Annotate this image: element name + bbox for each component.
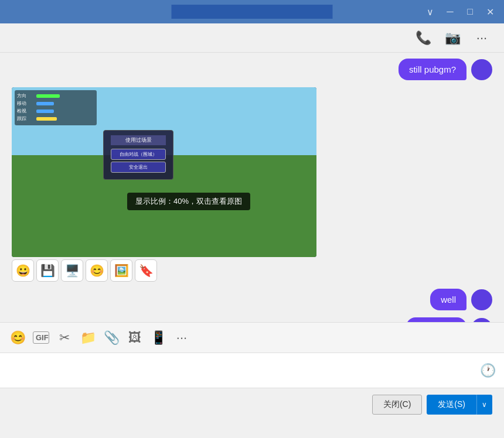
message-row-well: well <box>12 289 492 310</box>
title-search-input[interactable] <box>172 5 333 19</box>
close-label: 关闭(C) <box>383 399 411 410</box>
dialog-title: 使用过场景 <box>111 135 166 145</box>
send-button-group: 发送(S) ∨ <box>427 395 492 415</box>
screenshot-tooltip: 显示比例：40%，双击查看原图 <box>127 193 250 210</box>
screenshot-container[interactable]: 方向 移动 检视 跟踪 <box>12 87 316 282</box>
hud-bar-track <box>36 117 57 121</box>
hud-row-3: 检视 <box>17 108 94 114</box>
message-text-well: well <box>441 295 456 304</box>
device-icon[interactable]: 📱 <box>150 330 166 345</box>
input-toolbar: 😊 GIF ✂ 📁 📎 🖼 📱 ··· <box>0 322 504 353</box>
message-text: still pubgm? <box>409 64 456 74</box>
message-bubble-well: well <box>430 289 466 310</box>
hud-bar-move <box>36 102 54 105</box>
chevron-down-btn[interactable]: ∨ <box>422 4 438 20</box>
gif-icon[interactable]: GIF <box>33 331 49 344</box>
hud-row-4: 跟踪 <box>17 115 94 122</box>
message-row-check: check this <box>12 317 492 322</box>
image-message-container: 方向 移动 检视 跟踪 <box>12 87 316 282</box>
game-screenshot: 方向 移动 检视 跟踪 <box>12 87 316 257</box>
hud-label-4: 跟踪 <box>17 115 35 122</box>
avatar-well <box>471 289 492 310</box>
text-input-area[interactable]: 🕐 <box>0 353 504 388</box>
bookmark-btn[interactable]: 🔖 <box>135 259 157 282</box>
hud-label-2: 移动 <box>17 100 35 107</box>
clip-icon[interactable]: 📎 <box>103 330 120 345</box>
folder-icon[interactable]: 📁 <box>80 330 96 345</box>
video-call-button[interactable]: 📷 <box>442 28 463 49</box>
hud-bar-direction <box>36 94 60 98</box>
image-icon[interactable]: 🖼 <box>127 330 143 345</box>
close-btn[interactable]: ✕ <box>482 4 498 20</box>
minimize-btn[interactable]: ─ <box>442 4 458 20</box>
hud-panel: 方向 移动 检视 跟踪 <box>15 90 97 125</box>
title-input-container[interactable] <box>172 5 333 19</box>
maximize-btn[interactable]: □ <box>462 4 478 20</box>
avatar <box>471 59 492 80</box>
more-toolbar-icon[interactable]: ··· <box>173 330 190 345</box>
send-label: 发送(S) <box>438 399 465 410</box>
chat-area: still pubgm? 方向 移动 <box>0 53 504 322</box>
hud-bar-check <box>36 110 54 113</box>
game-dialog: 使用过场景 自由对战（围城） 安全退出 <box>103 130 173 180</box>
screenshot-inner: 方向 移动 检视 跟踪 <box>12 87 316 257</box>
image-message-row: 方向 移动 检视 跟踪 <box>12 87 492 282</box>
message-row-1: still pubgm? <box>12 59 492 80</box>
face-btn[interactable]: 😊 <box>86 259 108 282</box>
phone-call-button[interactable]: 📞 <box>413 28 434 49</box>
screen-btn[interactable]: 🖥️ <box>61 259 83 282</box>
send-dropdown-button[interactable]: ∨ <box>476 395 492 415</box>
dialog-play-btn[interactable]: 安全退出 <box>111 162 166 173</box>
header-actions: 📞 📷 ··· <box>0 23 504 53</box>
hud-label-1: 方向 <box>17 93 35 99</box>
message-bubble-check: check this <box>406 317 466 322</box>
hud-row-1: 方向 <box>17 93 94 99</box>
emoji-icon[interactable]: 😊 <box>9 330 26 345</box>
title-controls: ∨ ─ □ ✕ <box>422 4 498 20</box>
more-options-button[interactable]: ··· <box>471 28 492 49</box>
save-btn[interactable]: 💾 <box>36 259 59 282</box>
emoji-btn-1[interactable]: 😀 <box>12 259 34 282</box>
close-button[interactable]: 关闭(C) <box>372 395 422 415</box>
hud-row-2: 移动 <box>17 100 94 107</box>
hud-label-3: 检视 <box>17 108 35 114</box>
dialog-mode-btn[interactable]: 自由对战（围城） <box>111 149 166 160</box>
message-input[interactable] <box>8 366 480 375</box>
avatar-check <box>471 318 492 322</box>
scissors-icon[interactable]: ✂ <box>56 330 73 345</box>
message-bubble: still pubgm? <box>399 59 466 80</box>
emoji-toolbar: 😀 💾 🖥️ 😊 🖼️ 🔖 <box>12 259 316 282</box>
send-button[interactable]: 发送(S) <box>427 395 476 415</box>
image-btn[interactable]: 🖼️ <box>110 259 132 282</box>
title-bar: ∨ ─ □ ✕ <box>0 0 504 23</box>
send-dropdown-icon: ∨ <box>482 401 487 409</box>
clock-icon[interactable]: 🕐 <box>480 363 496 378</box>
bottom-bar: 关闭(C) 发送(S) ∨ <box>0 388 504 420</box>
